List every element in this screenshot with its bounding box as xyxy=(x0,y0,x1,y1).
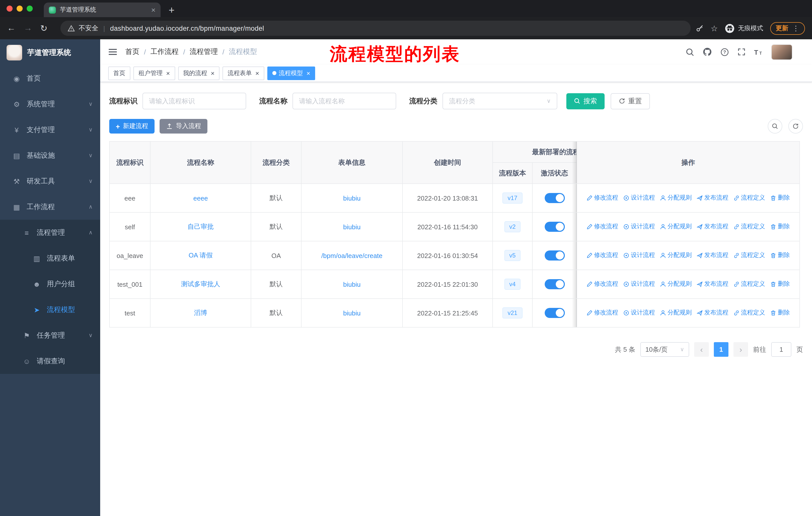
sidebar-item-task-management[interactable]: ⚑任务管理∨ xyxy=(0,323,100,348)
close-icon[interactable]: × xyxy=(166,69,170,77)
goto-page-input[interactable] xyxy=(771,342,791,357)
search-button[interactable]: 搜索 xyxy=(566,93,605,109)
font-size-icon[interactable]: TT xyxy=(754,48,763,56)
publish-process-link[interactable]: 发布流程 xyxy=(697,309,728,317)
assign-process-link[interactable]: 分配规则 xyxy=(660,251,692,260)
key-icon[interactable] xyxy=(695,24,703,32)
active-toggle[interactable] xyxy=(545,193,564,203)
breadcrumb-item[interactable]: 首页 xyxy=(125,47,140,56)
prev-page-button[interactable]: ‹ xyxy=(694,342,709,357)
definition-process-link[interactable]: 流程定义 xyxy=(733,194,765,202)
definition-process-link[interactable]: 流程定义 xyxy=(733,251,765,260)
close-icon[interactable]: × xyxy=(211,69,214,77)
active-toggle[interactable] xyxy=(545,279,564,289)
form-info-link[interactable]: biubiu xyxy=(343,223,360,230)
process-key-input[interactable] xyxy=(142,93,246,109)
tag-process-model[interactable]: 流程模型× xyxy=(267,66,315,80)
active-toggle[interactable] xyxy=(545,308,564,318)
collapse-menu-icon[interactable] xyxy=(108,48,117,55)
form-info-link[interactable]: biubiu xyxy=(343,280,360,288)
form-info-link[interactable]: biubiu xyxy=(343,194,360,202)
form-info-link[interactable]: biubiu xyxy=(343,309,360,317)
delete-process-link[interactable]: 删除 xyxy=(770,309,790,317)
forward-icon[interactable]: → xyxy=(24,23,32,33)
search-icon[interactable] xyxy=(686,48,694,56)
definition-process-link[interactable]: 流程定义 xyxy=(733,280,765,289)
sidebar-item-process-model[interactable]: ➤流程模型 xyxy=(0,297,100,323)
sidebar-item-payment[interactable]: ¥支付管理∨ xyxy=(0,117,100,143)
sidebar-item-user-group[interactable]: ☻用户分组 xyxy=(0,271,100,297)
browser-update-button[interactable]: 更新 ⋮ xyxy=(770,22,805,34)
next-page-button[interactable]: › xyxy=(733,342,748,357)
create-process-button[interactable]: + 新建流程 xyxy=(109,119,154,134)
sidebar-item-home[interactable]: ◉首页 xyxy=(0,65,100,91)
reset-button[interactable]: 重置 xyxy=(611,93,650,109)
avatar[interactable] xyxy=(772,45,792,59)
process-name-link[interactable]: 滔博 xyxy=(194,309,207,317)
sidebar-item-process-management[interactable]: ≡流程管理∧ xyxy=(0,220,100,245)
tag-process-form[interactable]: 流程表单× xyxy=(223,66,264,80)
process-name-link[interactable]: 自己审批 xyxy=(187,223,214,230)
delete-process-link[interactable]: 删除 xyxy=(770,280,790,289)
edit-process-link[interactable]: 修改流程 xyxy=(586,280,618,289)
sidebar-item-devtools[interactable]: ⚒研发工具∨ xyxy=(0,168,100,194)
process-name-link[interactable]: 测试多审批人 xyxy=(181,280,220,288)
definition-process-link[interactable]: 流程定义 xyxy=(733,222,765,231)
table-search-button[interactable] xyxy=(768,119,782,134)
delete-process-link[interactable]: 删除 xyxy=(770,222,790,231)
page-size-select[interactable]: 10条/页 ∨ xyxy=(640,342,689,357)
edit-process-link[interactable]: 修改流程 xyxy=(586,222,618,231)
help-icon[interactable]: ? xyxy=(720,48,729,56)
active-toggle[interactable] xyxy=(545,222,564,232)
browser-menu-icon[interactable]: ⋮ xyxy=(792,24,800,32)
delete-process-link[interactable]: 删除 xyxy=(770,251,790,260)
maximize-window-button[interactable] xyxy=(27,5,33,11)
import-process-button[interactable]: 导入流程 xyxy=(160,119,207,134)
minimize-window-button[interactable] xyxy=(17,5,23,11)
bookmark-star-icon[interactable]: ☆ xyxy=(710,23,718,33)
delete-process-link[interactable]: 删除 xyxy=(770,194,790,202)
publish-process-link[interactable]: 发布流程 xyxy=(697,222,728,231)
sidebar-item-system[interactable]: ⚙系统管理∨ xyxy=(0,91,100,117)
breadcrumb-item[interactable]: 流程管理 xyxy=(190,47,218,56)
edit-process-link[interactable]: 修改流程 xyxy=(586,251,618,260)
category-select[interactable]: 流程分类 ∨ xyxy=(442,93,557,109)
design-process-link[interactable]: 设计流程 xyxy=(623,222,655,231)
close-window-button[interactable] xyxy=(6,5,12,11)
design-process-link[interactable]: 设计流程 xyxy=(623,194,655,202)
publish-process-link[interactable]: 发布流程 xyxy=(697,251,728,260)
process-name-link[interactable]: eeee xyxy=(193,194,208,202)
assign-process-link[interactable]: 分配规则 xyxy=(660,222,692,231)
breadcrumb-item[interactable]: 工作流程 xyxy=(150,47,179,56)
new-tab-button[interactable]: + xyxy=(169,5,174,15)
close-icon[interactable]: × xyxy=(307,69,310,77)
table-refresh-button[interactable] xyxy=(788,119,803,134)
definition-process-link[interactable]: 流程定义 xyxy=(733,309,765,317)
process-name-link[interactable]: OA 请假 xyxy=(188,251,212,259)
back-icon[interactable]: ← xyxy=(7,23,16,33)
browser-tab[interactable]: 芋道管理系统 × xyxy=(44,2,161,17)
logo-row[interactable]: 芋道管理系统 xyxy=(0,39,100,65)
assign-process-link[interactable]: 分配规则 xyxy=(660,194,692,202)
edit-process-link[interactable]: 修改流程 xyxy=(586,309,618,317)
design-process-link[interactable]: 设计流程 xyxy=(623,309,655,317)
process-name-input[interactable] xyxy=(292,93,396,109)
sidebar-item-infrastructure[interactable]: ▤基础设施∨ xyxy=(0,143,100,168)
design-process-link[interactable]: 设计流程 xyxy=(623,251,655,260)
github-icon[interactable] xyxy=(703,47,712,56)
current-page-button[interactable]: 1 xyxy=(714,342,728,357)
reload-icon[interactable]: ↻ xyxy=(40,23,48,33)
fullscreen-icon[interactable] xyxy=(737,48,746,56)
close-icon[interactable]: × xyxy=(255,69,259,77)
tag-my-process[interactable]: 我的流程× xyxy=(178,66,220,80)
edit-process-link[interactable]: 修改流程 xyxy=(586,194,618,202)
sidebar-item-leave-query[interactable]: ☺请假查询 xyxy=(0,348,100,374)
publish-process-link[interactable]: 发布流程 xyxy=(697,194,728,202)
address-bar[interactable]: 不安全 | dashboard.yudao.iocoder.cn/bpm/man… xyxy=(61,21,691,36)
tab-close-icon[interactable]: × xyxy=(151,5,155,14)
assign-process-link[interactable]: 分配规则 xyxy=(660,309,692,317)
sidebar-item-process-form[interactable]: ▥流程表单 xyxy=(0,245,100,271)
sidebar-item-workflow[interactable]: ▦工作流程∧ xyxy=(0,194,100,220)
form-info-link[interactable]: /bpm/oa/leave/create xyxy=(321,252,383,259)
design-process-link[interactable]: 设计流程 xyxy=(623,280,655,289)
